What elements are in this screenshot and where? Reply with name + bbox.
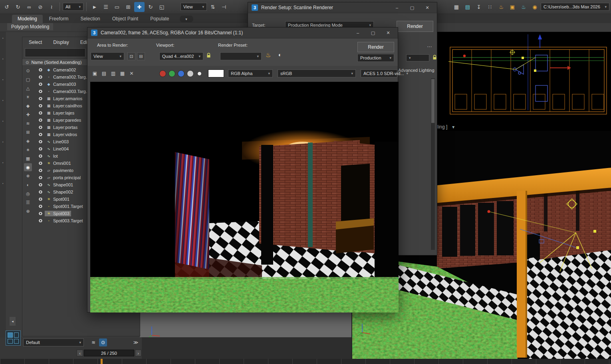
- render-setup-titlebar[interactable]: 3 Render Setup: Scanline Renderer – ▢ ✕: [248, 2, 437, 13]
- anim-layers-icon[interactable]: ≋: [89, 338, 97, 346]
- more-options-icon[interactable]: …: [427, 42, 432, 48]
- toolbar-icon[interactable]: ▣: [507, 2, 518, 12]
- visibility-eye-icon[interactable]: [38, 90, 43, 93]
- explorer-toolbar-icon[interactable]: ☰: [24, 198, 32, 206]
- visibility-eye-icon[interactable]: [38, 190, 43, 194]
- rfw-render-button[interactable]: Render: [357, 42, 394, 52]
- explorer-toolbar-icon[interactable]: ∗: [24, 146, 32, 154]
- edge-toolbar-icon[interactable]: ▪: [2, 182, 4, 185]
- render-setup-scrollbar[interactable]: [431, 78, 435, 250]
- explorer-toolbar-icon[interactable]: ⊕: [24, 207, 32, 215]
- rfw-tool-icon[interactable]: ▥: [109, 69, 117, 78]
- explorer-toolbar-icon[interactable]: ❄: [24, 172, 32, 180]
- rfw-tool-icon[interactable]: ▦: [118, 69, 127, 78]
- viewport-label[interactable]: ling ] ▼: [437, 124, 455, 130]
- visibility-eye-icon[interactable]: [38, 154, 43, 158]
- viewport-layout-icon[interactable]: [6, 330, 21, 346]
- panel-collapse-button[interactable]: ◂: [10, 317, 16, 326]
- next-frame-button[interactable]: ›: [135, 350, 141, 356]
- ribbon-tab[interactable]: Freeform: [44, 15, 74, 23]
- background-color-swatch[interactable]: [208, 69, 224, 77]
- visibility-eye-icon[interactable]: [38, 68, 43, 71]
- explorer-toolbar-icon[interactable]: ▢: [24, 75, 32, 83]
- edge-toolbar-icon[interactable]: ▪: [2, 37, 4, 40]
- explorer-toolbar-icon[interactable]: ☀: [24, 93, 32, 101]
- explorer-toolbar-icon[interactable]: ▦: [24, 154, 32, 162]
- visibility-eye-icon[interactable]: [38, 198, 43, 201]
- current-frame-field[interactable]: 26 / 250: [84, 350, 134, 356]
- green-channel-button[interactable]: [169, 70, 175, 77]
- animation-layer-dropdown[interactable]: Default: [23, 338, 84, 346]
- explorer-search-input[interactable]: [25, 48, 85, 57]
- edge-toolbar-icon[interactable]: ▪: [2, 120, 4, 123]
- visibility-eye-icon[interactable]: [38, 205, 43, 208]
- render-setup-icon[interactable]: ♨: [266, 51, 271, 59]
- visibility-eye-icon[interactable]: [38, 111, 43, 115]
- explorer-toolbar-icon[interactable]: ◉: [24, 163, 32, 171]
- rfw-titlebar[interactable]: 3 Camera002, frame 26, ACEScg, RGBA Colo…: [87, 28, 398, 38]
- reference-coordinate-dropdown[interactable]: View: [181, 3, 207, 11]
- previous-frame-button[interactable]: ‹: [77, 350, 83, 356]
- toolbar-icon[interactable]: ▤: [462, 2, 473, 12]
- toolbar-icon[interactable]: ↺: [2, 2, 12, 12]
- blue-channel-button[interactable]: [178, 70, 184, 77]
- toolbar-icon[interactable]: ☰: [101, 2, 111, 12]
- lock-viewport-icon[interactable]: [432, 55, 437, 61]
- toolbar-icon[interactable]: ♨: [496, 2, 506, 12]
- timeline-playhead[interactable]: [101, 359, 103, 364]
- explorer-toolbar-icon[interactable]: ◎: [24, 190, 32, 198]
- monochrome-button[interactable]: [187, 70, 194, 77]
- explorer-menu-item[interactable]: Select: [29, 40, 42, 45]
- visibility-eye-icon[interactable]: [38, 169, 43, 172]
- edge-toolbar-icon[interactable]: ▪: [2, 140, 4, 144]
- visibility-eye-icon[interactable]: [38, 219, 43, 222]
- ribbon-tab[interactable]: Modeling: [12, 15, 43, 23]
- ribbon-tab[interactable]: Object Paint: [107, 15, 144, 23]
- timeline-track-area[interactable]: [142, 337, 351, 359]
- explorer-menu-item[interactable]: Display: [53, 40, 69, 45]
- explorer-toolbar-icon[interactable]: ≋: [24, 119, 32, 127]
- visibility-eye-icon[interactable]: [38, 75, 43, 79]
- visibility-eye-icon[interactable]: [38, 140, 43, 143]
- maximize-button[interactable]: ▢: [406, 2, 418, 13]
- explorer-toolbar-icon[interactable]: ◐: [24, 181, 32, 189]
- selection-filter-dropdown[interactable]: All: [63, 3, 83, 11]
- rfw-tool-icon[interactable]: ▣: [91, 69, 99, 78]
- visibility-eye-icon[interactable]: [38, 83, 43, 86]
- area-to-render-dropdown[interactable]: View: [91, 52, 124, 60]
- toolbar-icon[interactable]: ∷: [485, 2, 495, 12]
- render-preset-dropdown[interactable]: [220, 52, 262, 60]
- toolbar-icon[interactable]: ◱: [157, 2, 167, 12]
- visibility-eye-icon[interactable]: [38, 176, 43, 179]
- minimize-button[interactable]: –: [391, 2, 403, 13]
- visibility-eye-icon[interactable]: [38, 147, 43, 150]
- toolbar-icon[interactable]: ↧: [474, 2, 484, 12]
- expand-trackbar-icon[interactable]: ≫: [132, 338, 140, 346]
- color-space-dropdown[interactable]: sRGB: [278, 69, 356, 77]
- edge-toolbar-icon[interactable]: ▪: [2, 161, 4, 164]
- alpha-channel-button[interactable]: [197, 71, 202, 76]
- render-mode-dropdown[interactable]: Production: [357, 54, 394, 62]
- visibility-eye-icon[interactable]: [38, 183, 43, 186]
- ribbon-tab[interactable]: Populate: [145, 15, 175, 23]
- visibility-eye-icon[interactable]: [38, 162, 43, 165]
- visibility-eye-icon[interactable]: [38, 119, 43, 122]
- auto-region-icon[interactable]: ⊟: [137, 52, 145, 60]
- toolbar-icon[interactable]: ↻: [13, 2, 23, 12]
- project-folder-dropdown[interactable]: C:\Users\seb...3ds Max 2026: [541, 3, 609, 11]
- edge-toolbar-icon[interactable]: ▪: [2, 57, 4, 61]
- ribbon-options-icon[interactable]: ▾: [180, 16, 193, 22]
- close-button[interactable]: ✕: [421, 2, 433, 13]
- filter-icon[interactable]: ▼: [451, 125, 455, 129]
- toolbar-icon[interactable]: ◉: [530, 2, 540, 12]
- toolbar-icon[interactable]: ⊣: [219, 2, 229, 12]
- minimize-button[interactable]: –: [352, 28, 364, 38]
- environment-effects-icon[interactable]: ◐: [278, 51, 282, 58]
- wireframe-top-viewport-canvas[interactable]: [437, 34, 611, 124]
- visibility-eye-icon[interactable]: [38, 104, 43, 107]
- toolbar-icon[interactable]: ►: [89, 2, 100, 12]
- explorer-toolbar-icon[interactable]: ⊞: [24, 128, 32, 136]
- toolbar-icon[interactable]: ≀: [46, 2, 57, 12]
- render-setup-render-button[interactable]: Render: [397, 21, 433, 32]
- toolbar-icon[interactable]: ⇅: [208, 2, 218, 12]
